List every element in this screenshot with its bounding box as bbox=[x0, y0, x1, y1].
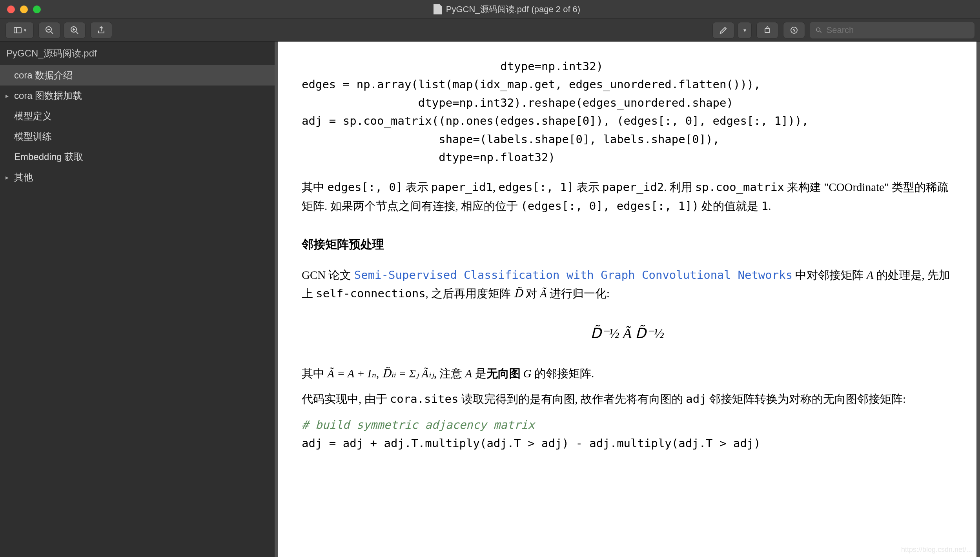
svg-line-12 bbox=[820, 31, 822, 33]
search-icon bbox=[815, 26, 823, 34]
sidebar-icon bbox=[13, 25, 22, 35]
toolbar: ▾ ▾ bbox=[0, 19, 980, 42]
outline-label: cora 数据介绍 bbox=[14, 69, 73, 82]
zoom-in-icon bbox=[70, 25, 79, 35]
sidebar-filename: PyGCN_源码阅读.pdf bbox=[0, 42, 275, 65]
zoom-out-button[interactable] bbox=[38, 22, 60, 38]
main-area: PyGCN_源码阅读.pdf cora 数据介绍 ▸ cora 图数据加载 模型… bbox=[0, 42, 980, 557]
minimize-window-button[interactable] bbox=[20, 5, 28, 13]
sidebar-toggle-button[interactable]: ▾ bbox=[5, 22, 34, 38]
search-box[interactable] bbox=[810, 22, 975, 38]
svg-rect-0 bbox=[14, 27, 21, 33]
markup-icon bbox=[789, 25, 799, 35]
paragraph-gcn-paper: GCN 论文 Semi-Supervised Classification wi… bbox=[302, 266, 953, 304]
code-block-1: dtype=np.int32) edges = np.array(list(ma… bbox=[302, 57, 953, 166]
outline-item-model-def[interactable]: 模型定义 bbox=[0, 106, 275, 126]
paragraph-code-impl: 代码实现中, 由于 cora.sites 读取完得到的是有向图, 故作者先将有向… bbox=[302, 390, 953, 409]
pencil-icon bbox=[719, 25, 728, 35]
outline-item-model-train[interactable]: 模型训练 bbox=[0, 126, 275, 147]
window-title-area: PyGCN_源码阅读.pdf (page 2 of 6) bbox=[41, 4, 973, 15]
window-title: PyGCN_源码阅读.pdf (page 2 of 6) bbox=[446, 4, 580, 15]
code-comment: # build symmetric adjacency matrix bbox=[302, 418, 535, 431]
outline-label: 模型训练 bbox=[14, 130, 52, 143]
share-icon bbox=[97, 25, 106, 35]
maximize-window-button[interactable] bbox=[33, 5, 41, 13]
outline-item-embedding[interactable]: Embedding 获取 bbox=[0, 147, 275, 167]
formula-normalization: D̃⁻½ Ã D̃⁻½ bbox=[302, 322, 953, 345]
markup-toolbar-button[interactable] bbox=[783, 22, 805, 38]
pdf-page: dtype=np.int32) edges = np.array(list(ma… bbox=[278, 42, 976, 557]
watermark: https://blog.csdn.net/... bbox=[901, 546, 972, 554]
rotate-button[interactable] bbox=[756, 22, 778, 38]
zoom-group bbox=[38, 22, 86, 38]
outline-label: 模型定义 bbox=[14, 110, 52, 122]
share-button[interactable] bbox=[90, 22, 112, 38]
svg-line-6 bbox=[76, 31, 78, 34]
svg-rect-9 bbox=[765, 29, 770, 33]
search-input[interactable] bbox=[827, 25, 969, 35]
traffic-lights bbox=[7, 5, 41, 13]
markup-group: ▾ bbox=[712, 22, 752, 38]
paper-link[interactable]: Semi-Supervised Classification with Grap… bbox=[354, 268, 792, 282]
paragraph-formula-explain: 其中 Ã = A + Iₙ, D̃ᵢᵢ = Σⱼ Ãᵢⱼ, 注意 A 是无向图 … bbox=[302, 364, 953, 383]
highlight-menu-button[interactable]: ▾ bbox=[738, 22, 752, 38]
paragraph-edges-explain: 其中 edges[:, 0] 表示 paper_id1, edges[:, 1]… bbox=[302, 178, 953, 216]
close-window-button[interactable] bbox=[7, 5, 15, 13]
highlight-button[interactable] bbox=[712, 22, 734, 38]
chevron-down-icon: ▾ bbox=[24, 27, 26, 33]
svg-point-11 bbox=[816, 27, 820, 31]
outline-label: 其他 bbox=[14, 171, 33, 184]
rotate-icon bbox=[763, 25, 772, 35]
zoom-in-button[interactable] bbox=[64, 22, 86, 38]
document-viewport[interactable]: dtype=np.int32) edges = np.array(list(ma… bbox=[275, 42, 980, 557]
outline-label: cora 图数据加载 bbox=[14, 89, 82, 102]
window-titlebar: PyGCN_源码阅读.pdf (page 2 of 6) bbox=[0, 0, 980, 19]
document-icon bbox=[434, 4, 442, 15]
heading-adj-preprocess: 邻接矩阵预处理 bbox=[302, 235, 953, 254]
outline-sidebar: PyGCN_源码阅读.pdf cora 数据介绍 ▸ cora 图数据加载 模型… bbox=[0, 42, 275, 557]
svg-line-3 bbox=[51, 31, 53, 34]
disclosure-arrow-icon: ▸ bbox=[5, 174, 12, 181]
code-block-2: # build symmetric adjacency matrix adj =… bbox=[302, 416, 953, 452]
outline-item-cora-load[interactable]: ▸ cora 图数据加载 bbox=[0, 86, 275, 106]
outline-item-cora-intro[interactable]: cora 数据介绍 bbox=[0, 65, 275, 86]
disclosure-arrow-icon: ▸ bbox=[5, 92, 12, 100]
chevron-down-icon: ▾ bbox=[743, 27, 746, 33]
outline-item-other[interactable]: ▸ 其他 bbox=[0, 167, 275, 187]
zoom-out-icon bbox=[45, 25, 54, 35]
outline-label: Embedding 获取 bbox=[14, 151, 83, 163]
